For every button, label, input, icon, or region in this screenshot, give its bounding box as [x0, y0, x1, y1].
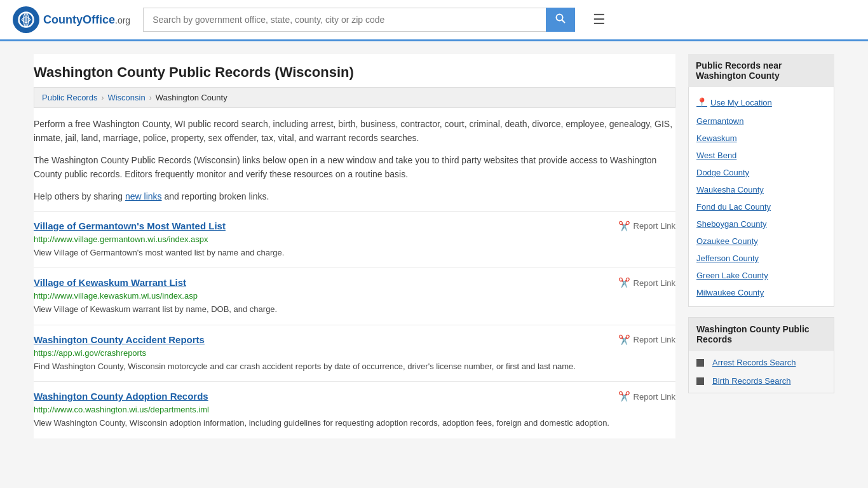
logo-icon	[13, 6, 39, 33]
report-link-icon-3: ✂️	[618, 391, 630, 402]
record-title-1[interactable]: Village of Kewaskum Warrant List	[34, 277, 186, 288]
nearby-links-container: GermantownKewaskumWest BendDodge CountyW…	[689, 112, 834, 301]
sidebar-records-header: Washington County Public Records	[689, 318, 834, 351]
site-header: CountyOffice.org ☰	[0, 0, 868, 41]
record-desc-2: Find Washington County, Wisconsin motorc…	[34, 360, 675, 373]
nearby-link-9[interactable]: Green Lake County	[689, 267, 834, 284]
nearby-link-1[interactable]: Kewaskum	[689, 130, 834, 147]
logo-text: CountyOffice.org	[43, 13, 130, 27]
record-title-2[interactable]: Washington County Accident Reports	[34, 334, 205, 345]
report-link-2[interactable]: ✂️ Report Link	[618, 334, 675, 346]
sidebar-records-list: Arrest Records SearchBirth Records Searc…	[689, 351, 834, 393]
new-links-link[interactable]: new links	[125, 191, 162, 201]
record-item: Washington County Adoption Records ✂️ Re…	[34, 381, 675, 438]
description-para1: Perform a free Washington County, WI pub…	[34, 117, 675, 146]
report-link-3[interactable]: ✂️ Report Link	[618, 391, 675, 402]
sidebar-record-link-1[interactable]: Birth Records Search	[689, 372, 834, 390]
record-desc-3: View Washington County, Wisconsin adopti…	[34, 417, 675, 430]
breadcrumb-sep-2: ›	[149, 93, 152, 102]
record-desc-0: View Village of Germantown's most wanted…	[34, 247, 675, 259]
use-my-location[interactable]: 📍 Use My Location	[689, 92, 834, 112]
hamburger-button[interactable]: ☰	[588, 9, 611, 30]
record-item: Village of Kewaskum Warrant List ✂️ Repo…	[34, 268, 675, 325]
nearby-link-10[interactable]: Milwaukee County	[689, 284, 834, 301]
record-title-0[interactable]: Village of Germantown's Most Wanted List	[34, 220, 226, 231]
search-bar	[143, 8, 575, 32]
description-para3: Help others by sharing new links and rep…	[34, 189, 675, 203]
nearby-link-0[interactable]: Germantown	[689, 112, 834, 130]
sidebar-record-link-0[interactable]: Arrest Records Search	[689, 353, 834, 372]
breadcrumb-wisconsin[interactable]: Wisconsin	[107, 93, 145, 102]
svg-line-5	[562, 20, 566, 24]
sidebar: Public Records near Washington County 📍 …	[688, 54, 834, 438]
record-desc-1: View Village of Kewaskum warrant list by…	[34, 303, 675, 316]
record-item: Washington County Accident Reports ✂️ Re…	[34, 325, 675, 382]
nearby-link-7[interactable]: Ozaukee County	[689, 233, 834, 250]
report-link-icon-0: ✂️	[618, 220, 630, 232]
record-url-1[interactable]: http://www.village.kewaskum.wi.us/index.…	[34, 291, 675, 301]
nearby-link-4[interactable]: Waukesha County	[689, 181, 834, 198]
main-container: Washington County Public Records (Wiscon…	[21, 41, 847, 451]
sidebar-nearby-header: Public Records near Washington County	[688, 54, 834, 87]
description-para2: The Washington County Public Records (Wi…	[34, 153, 675, 182]
content-area: Washington County Public Records (Wiscon…	[34, 54, 675, 438]
record-url-0[interactable]: http://www.village.germantown.wi.us/inde…	[34, 234, 675, 244]
nearby-link-5[interactable]: Fond du Lac County	[689, 198, 834, 215]
report-link-0[interactable]: ✂️ Report Link	[618, 220, 675, 232]
sidebar-record-icon-0	[696, 359, 704, 367]
page-title: Washington County Public Records (Wiscon…	[34, 54, 675, 87]
records-list: Village of Germantown's Most Wanted List…	[34, 211, 675, 438]
record-url-3[interactable]: http://www.co.washington.wi.us/departmen…	[34, 405, 675, 414]
logo-area[interactable]: CountyOffice.org	[13, 6, 130, 33]
nearby-link-3[interactable]: Dodge County	[689, 164, 834, 181]
report-link-icon-1: ✂️	[618, 277, 630, 288]
breadcrumb-current: Washington County	[156, 93, 227, 102]
nearby-link-6[interactable]: Sheboygan County	[689, 215, 834, 233]
nearby-link-8[interactable]: Jefferson County	[689, 250, 834, 267]
sidebar-records-section: Washington County Public Records Arrest …	[688, 317, 834, 393]
record-url-2[interactable]: https://app.wi.gov/crashreports	[34, 348, 675, 358]
svg-point-4	[557, 15, 563, 21]
sidebar-nearby-section: Public Records near Washington County 📍 …	[688, 54, 834, 307]
search-button[interactable]	[546, 8, 575, 32]
nearby-link-2[interactable]: West Bend	[689, 147, 834, 164]
record-item: Village of Germantown's Most Wanted List…	[34, 211, 675, 268]
record-title-3[interactable]: Washington County Adoption Records	[34, 391, 208, 402]
report-link-icon-2: ✂️	[618, 334, 630, 346]
breadcrumb-sep-1: ›	[101, 93, 104, 102]
breadcrumb: Public Records › Wisconsin › Washington …	[34, 87, 675, 108]
report-link-1[interactable]: ✂️ Report Link	[618, 277, 675, 288]
sidebar-record-icon-1	[696, 377, 704, 385]
breadcrumb-public-records[interactable]: Public Records	[42, 93, 97, 102]
search-input[interactable]	[143, 8, 546, 32]
location-icon: 📍	[696, 97, 707, 107]
sidebar-nearby-list: 📍 Use My Location GermantownKewaskumWest…	[688, 87, 834, 307]
